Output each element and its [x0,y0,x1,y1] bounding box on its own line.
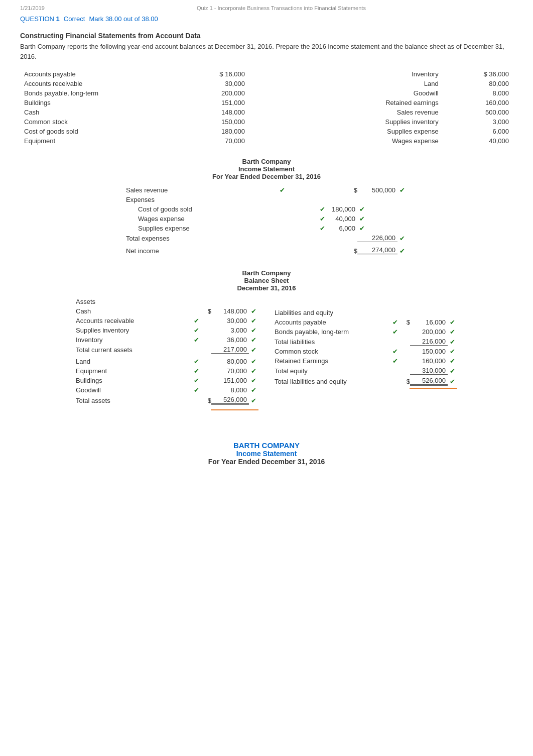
bs-left-row: Goodwill ✔ 8,000 ✔ [76,386,258,394]
account-label2: Wages expense [284,136,443,146]
bs-period: December 31, 2016 [237,284,296,292]
balance-sheet-container: Barth Company Balance Sheet December 31,… [20,269,513,411]
bs-right-row: Total liabilities 216,000 ✔ [275,338,457,346]
exp-check1: ✔ [320,225,325,232]
liabilities-equity-label: Liabilities and equity [275,309,457,316]
bs-left-row: Accounts receivable ✔ 30,000 ✔ [76,317,258,325]
top-bar: 1/21/2019 Quiz 1 - Incorporate Business … [20,5,513,11]
is-period: For Year Ended December 31, 2016 [212,173,321,180]
account-value2: 500,000 [443,107,513,117]
is-company: Barth Company [212,158,321,165]
account-value2: 160,000 [443,98,513,107]
account-value2: 40,000 [443,136,513,146]
page-title: Quiz 1 - Incorporate Business Transactio… [197,5,366,11]
account-data-table: Accounts payable $ 16,000 Inventory $ 36… [20,69,513,146]
bs-left-row: Buildings ✔ 151,000 ✔ [76,377,258,384]
expense-item-row: Supplies expense ✔ 6,000 ✔ [126,225,407,232]
account-label2: Retained earnings [284,98,443,107]
bs-right: Liabilities and equity Accounts payable … [275,298,457,411]
total-exp-check: ✔ [399,235,405,242]
income-statement-container: Barth Company Income Statement For Year … [20,158,513,257]
bs-left-row: Inventory ✔ 36,000 ✔ [76,336,258,344]
bs-right-row: Total liabilities and equity $ 526,000 ✔ [275,377,457,386]
account-value1: 150,000 [179,117,249,127]
net-income-check: ✔ [399,247,405,255]
account-value1: 70,000 [179,136,249,146]
account-label1: Buildings [20,98,179,107]
account-value2: 3,000 [443,117,513,127]
bs-right-row: Common stock ✔ 150,000 ✔ [275,348,457,355]
is-type: Income Statement [212,165,321,173]
correct-label: Correct [64,15,85,23]
account-value1: 148,000 [179,107,249,117]
account-label1: Cash [20,107,179,117]
bs-type: Balance Sheet [237,277,296,284]
account-label2: Supplies inventory [284,117,443,127]
sales-check2: ✔ [399,186,405,194]
mark-label: Mark 38.00 out of 38.00 [89,15,158,23]
exp-check2: ✔ [359,225,365,232]
barth-stmt-type: Income Statement [20,450,513,458]
bs-left-row: Equipment ✔ 70,000 ✔ [76,367,258,375]
bs-right-row: Total equity 310,000 ✔ [275,367,457,375]
account-value1: 151,000 [179,98,249,107]
account-row: Common stock 150,000 Supplies inventory … [20,117,513,127]
question-bar: QUESTION 1 Correct Mark 38.00 out of 38.… [20,15,513,23]
barth-company-name: BARTH COMPANY [20,441,513,450]
expense-item-row: Cost of goods sold ✔ 180,000 ✔ [126,205,407,213]
bs-left-row: Total current assets 217,000 ✔ [76,346,258,354]
account-value1: 180,000 [179,127,249,136]
account-label2: Inventory [284,69,443,79]
account-value2: 8,000 [443,88,513,98]
barth-period: For Year Ended December 31, 2016 [20,458,513,466]
account-row: Cash 148,000 Sales revenue 500,000 [20,107,513,117]
bs-right-row: Retained Earnings ✔ 160,000 ✔ [275,357,457,365]
account-label1: Common stock [20,117,179,127]
account-label2: Sales revenue [284,107,443,117]
net-income-row: Net income $ 274,000 ✔ [126,246,407,255]
account-value2: $ 36,000 [443,69,513,79]
expense-item-row: Wages expense ✔ 40,000 ✔ [126,215,407,223]
income-stmt-body: Sales revenue ✔ $ 500,000 ✔ Expenses Cos… [126,186,407,257]
exp-check2: ✔ [359,205,365,213]
account-value1: 200,000 [179,88,249,98]
account-row: Bonds payable, long-term 200,000 Goodwil… [20,88,513,98]
sales-check1: ✔ [280,186,285,194]
section-title: Constructing Financial Statements from A… [20,32,513,40]
account-value2: 80,000 [443,79,513,88]
account-value1: $ 16,000 [179,69,249,79]
bs-left-row: Supplies inventory ✔ 3,000 ✔ [76,327,258,334]
account-label1: Accounts payable [20,69,179,79]
expenses-label-row: Expenses [126,196,407,203]
bs-two-col: Assets Cash $ 148,000 ✔ Accounts receiva… [76,298,457,411]
account-label1: Bonds payable, long-term [20,88,179,98]
assets-label: Assets [76,298,258,305]
bs-header: Barth Company Balance Sheet December 31,… [237,269,296,292]
bs-right-row: Accounts payable ✔ $ 16,000 ✔ [275,318,457,326]
exp-check2: ✔ [359,215,365,223]
account-label2: Goodwill [284,88,443,98]
bs-right-row: Bonds payable, long-term ✔ 200,000 ✔ [275,328,457,336]
account-row: Accounts payable $ 16,000 Inventory $ 36… [20,69,513,79]
exp-check1: ✔ [320,205,325,213]
income-statement-header: Barth Company Income Statement For Year … [212,158,321,180]
account-row: Buildings 151,000 Retained earnings 160,… [20,98,513,107]
sales-revenue-row: Sales revenue ✔ $ 500,000 ✔ [126,186,407,194]
account-label2: Supplies expense [284,127,443,136]
barth-section: BARTH COMPANY Income Statement For Year … [20,441,513,466]
page-date: 1/21/2019 [20,5,45,11]
bs-left-row: Land ✔ 80,000 ✔ [76,358,258,365]
account-label1: Accounts receivable [20,79,179,88]
bs-left-row: Total assets $ 526,000 ✔ [76,396,258,405]
account-label2: Land [284,79,443,88]
exp-check1: ✔ [320,215,325,223]
bs-left-row: Cash $ 148,000 ✔ [76,307,258,315]
account-row: Cost of goods sold 180,000 Supplies expe… [20,127,513,136]
section-desc: Barth Company reports the following year… [20,42,513,61]
question-label: QUESTION 1 [20,15,60,23]
bs-left-rows: Cash $ 148,000 ✔ Accounts receivable ✔ 3… [76,307,258,410]
bs-left: Assets Cash $ 148,000 ✔ Accounts receiva… [76,298,258,411]
account-row: Equipment 70,000 Wages expense 40,000 [20,136,513,146]
account-value2: 6,000 [443,127,513,136]
expense-items: Cost of goods sold ✔ 180,000 ✔ Wages exp… [126,205,407,232]
